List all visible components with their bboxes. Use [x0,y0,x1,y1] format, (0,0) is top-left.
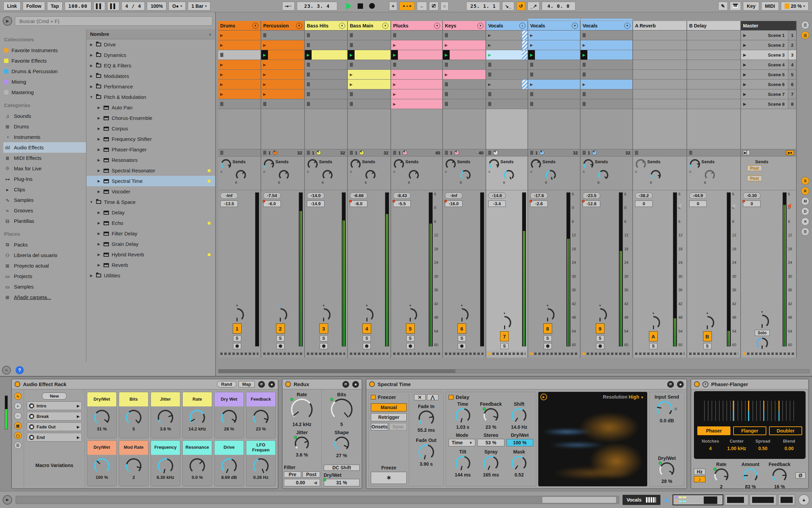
scene-2[interactable]: ▶Scene 22 [741,40,796,50]
solo-button[interactable]: S [320,335,328,341]
send-a-knob[interactable] [221,159,231,169]
arm-button[interactable] [596,343,604,349]
clip-playing-icon[interactable]: ▶ [581,50,587,60]
expand-arrow-icon[interactable]: ▶ [89,274,93,277]
clip-stop-row[interactable] [687,149,740,156]
track-stop-button[interactable] [350,151,353,155]
clip-stop-icon[interactable] [220,53,223,57]
clip-playing-icon[interactable]: ▶ [528,50,535,60]
clip-launch-icon[interactable]: ▶ [218,89,225,99]
blend-value[interactable]: 0.00 [776,446,803,451]
clip-slot[interactable]: ▶ [218,30,261,40]
new-variation-button[interactable]: New [42,393,67,400]
redux-dc-shift-button[interactable]: DC Shift [324,465,360,471]
clip-stop-icon[interactable] [393,63,396,67]
clip-playing-icon[interactable]: ▶ [305,50,312,60]
clip-launch-icon[interactable]: ▶ [261,80,268,89]
clip-slot[interactable] [687,99,740,109]
clip-slot[interactable] [261,30,304,40]
list-item-performance[interactable]: ▶Performance [87,81,215,92]
automation-arm-button[interactable]: ⚬⁃⚬ [399,2,415,10]
launch-variation-icon[interactable]: ▶ [77,415,80,418]
delay-enable-checkbox[interactable] [449,395,453,400]
clip-slot[interactable]: ▶ [348,50,390,60]
list-item-grain-delay[interactable]: ▶Grain Delay [87,239,215,249]
clip-slot[interactable]: ▶ [581,40,632,50]
expand-arrow-icon[interactable]: ▶ [89,64,93,67]
pan-knob[interactable] [647,316,660,330]
save-preset-icon[interactable]: ■ [352,381,359,388]
clip-stop-icon[interactable] [220,102,223,106]
show-returns-toggle[interactable]: R [801,187,809,195]
search-input[interactable]: Buscar (Cmd + F) [15,16,212,26]
scene-overview-icon[interactable]: ☰ [801,21,809,29]
fade-envelope-icon[interactable]: ⋀ [427,394,438,400]
list-item-modulators[interactable]: ▶Modulators [87,71,215,81]
scene-launch-icon[interactable]: ▶ [741,82,748,87]
clip-launch-icon[interactable]: ▶ [218,80,225,89]
delay-mask-knob[interactable] [512,456,526,471]
clip-launch-icon[interactable]: ▶ [443,70,450,79]
browser-collapse-icon[interactable]: ▶ [3,16,12,26]
clip-slot[interactable]: ▶ [261,80,304,89]
solo-button[interactable]: S [458,335,466,341]
rack-map-button[interactable]: Map [239,381,255,387]
sidebar-item-plug-ins[interactable]: ⊶Plug-Ins [3,174,86,184]
save-preset-icon[interactable]: ■ [677,381,684,388]
metronome-button[interactable]: O●▾ [168,2,186,10]
macro-knobs-toggle[interactable]: ∿ [14,393,22,400]
redux-filter-value[interactable]: 0.00◀ [284,479,320,486]
clip-stop-icon[interactable] [263,33,266,37]
pan-knob[interactable] [755,315,769,328]
draw-mode-icon[interactable]: ✎ [718,2,728,10]
track-activator-button[interactable]: 5 [406,323,415,334]
scene-8[interactable]: ▶Scene 88 [741,99,796,109]
delay-spray-knob[interactable] [483,456,498,471]
track-stop-button[interactable] [689,151,692,155]
expand-arrow-icon[interactable]: ▶ [97,232,101,235]
track-activator-button[interactable]: 9 [596,323,605,334]
list-item-spectral-resonator[interactable]: ▶Spectral Resonator [87,165,215,176]
capture-midi-button[interactable]: ⎚ [429,2,438,10]
clip-slot[interactable] [443,89,486,99]
expand-arrow-icon[interactable]: ▶ [97,116,101,120]
clip-slot[interactable] [581,60,632,70]
clip-slot[interactable]: ▶ [581,80,632,89]
clip-slot[interactable]: ▶ [218,70,261,80]
send-b-knob[interactable] [460,170,471,180]
clip-slot[interactable]: ▶ [391,99,442,109]
track-stop-button[interactable] [220,151,223,155]
send-a-knob[interactable] [690,159,700,169]
solo-button[interactable]: S [703,343,712,349]
clip-slot[interactable] [633,50,686,60]
scene-6[interactable]: ▶Scene 66 [741,80,796,89]
track-header[interactable]: Drums▼ [218,21,261,30]
clip-slot[interactable]: ▶ [391,50,442,60]
sidebar-item-mastering[interactable]: Mastering [3,87,86,98]
mixer-overview-icon[interactable]: ||| [801,31,809,39]
clip-stop-icon[interactable] [307,92,310,96]
send-b-knob[interactable] [409,170,419,180]
variation-row-intro[interactable]: ▣Intro▶ [27,401,82,410]
clip-slot[interactable] [528,70,580,80]
clip-slot[interactable]: ▶ [261,70,304,80]
clip-slot[interactable] [443,30,486,40]
send-a-knob[interactable] [264,159,274,169]
spectral-drywet-knob[interactable] [659,462,674,477]
clip-slot[interactable] [486,89,527,99]
fader-handle-icon[interactable] [678,204,681,208]
arm-button[interactable] [458,343,466,349]
clip-stop-row[interactable] [633,149,686,156]
clip-stop-row[interactable]: ▶▏▶■ [741,149,796,156]
clip-slot[interactable] [261,99,304,109]
arm-button[interactable] [233,343,241,349]
clip-launch-icon[interactable]: ▶ [581,80,587,89]
track-header[interactable]: A Reverb [633,21,686,30]
clip-slot[interactable]: ▶ [581,50,632,60]
clip-slot[interactable]: ▶ [443,70,486,80]
clip-launch-icon[interactable]: ▶ [261,40,268,50]
spread-value[interactable]: 0.50 [750,446,776,451]
device-chain-overview[interactable] [673,494,795,505]
clip-stop-icon[interactable] [583,33,586,37]
track-header[interactable]: Vocals▼ [528,21,580,30]
